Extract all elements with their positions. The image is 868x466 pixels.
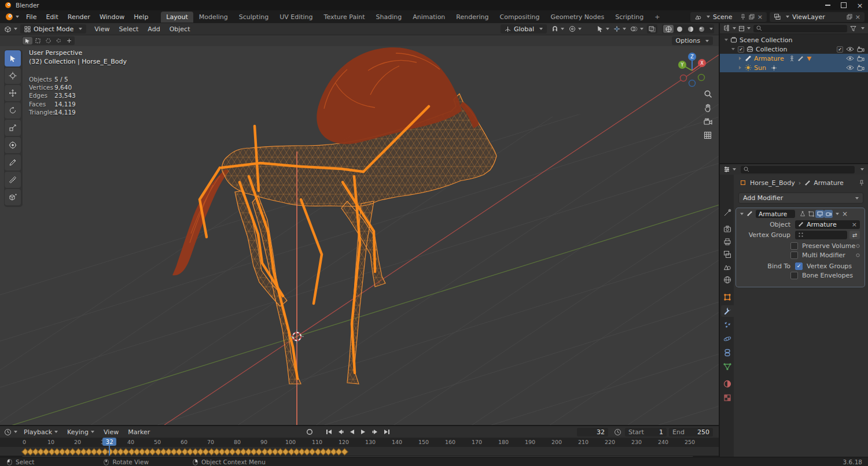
camera-render-icon[interactable] bbox=[857, 56, 865, 62]
object-picker[interactable]: Armature × bbox=[795, 220, 860, 229]
add-workspace-button[interactable]: + bbox=[649, 12, 665, 23]
tab-sculpting[interactable]: Sculpting bbox=[234, 12, 274, 23]
current-frame-field[interactable]: 32 bbox=[577, 428, 608, 437]
menu-marker[interactable]: Marker bbox=[123, 428, 155, 436]
xray-toggle[interactable] bbox=[647, 24, 657, 34]
vertex-group-picker[interactable] bbox=[795, 231, 847, 239]
select-mode-box[interactable] bbox=[33, 37, 43, 45]
decorator-dot-icon[interactable] bbox=[856, 253, 860, 257]
menu-edit[interactable]: Edit bbox=[41, 13, 62, 21]
tab-material[interactable] bbox=[721, 378, 734, 390]
tab-texture-paint[interactable]: Texture Paint bbox=[319, 12, 370, 23]
tab-tool[interactable] bbox=[721, 207, 734, 219]
eye-icon[interactable] bbox=[846, 56, 854, 61]
tab-scene[interactable] bbox=[721, 261, 734, 273]
show-on-cage-toggle[interactable] bbox=[798, 210, 807, 218]
camera-render-icon[interactable] bbox=[857, 46, 865, 53]
outliner-row-sun[interactable]: Sun bbox=[720, 63, 868, 72]
object-visibility-dropdown[interactable] bbox=[597, 25, 609, 32]
menu-select[interactable]: Select bbox=[114, 25, 143, 33]
scene-selector[interactable]: Scene × bbox=[690, 12, 767, 22]
menu-add[interactable]: Add bbox=[143, 25, 164, 33]
clear-object-button[interactable]: × bbox=[852, 221, 857, 228]
outliner-editor-type-button[interactable] bbox=[720, 25, 737, 32]
select-mode-lasso[interactable] bbox=[54, 37, 64, 45]
show-realtime-toggle[interactable] bbox=[815, 210, 824, 218]
vertex-groups-checkbox[interactable]: ✓ bbox=[795, 262, 803, 270]
nav-gizmo[interactable]: Z Y X bbox=[674, 51, 712, 89]
viewlayer-selector[interactable]: ViewLayer × bbox=[770, 12, 865, 22]
remove-viewlayer-button[interactable]: × bbox=[855, 13, 860, 21]
next-keyframe-button[interactable] bbox=[370, 427, 380, 437]
outliner-search[interactable] bbox=[753, 25, 847, 32]
invert-vertex-group-button[interactable]: ⇄ bbox=[849, 231, 860, 239]
expand-icon[interactable] bbox=[739, 66, 741, 69]
menu-help[interactable]: Help bbox=[129, 13, 153, 21]
decorator-dot-icon[interactable] bbox=[856, 244, 860, 248]
menu-playback[interactable]: Playback bbox=[19, 428, 62, 436]
tab-animation[interactable]: Animation bbox=[407, 12, 450, 23]
editor-type-button[interactable] bbox=[0, 25, 19, 33]
collapse-icon[interactable] bbox=[740, 213, 744, 215]
modifier-name-field[interactable]: Armature bbox=[756, 210, 795, 218]
tab-texture[interactable] bbox=[721, 392, 734, 404]
tab-physics[interactable] bbox=[721, 333, 734, 345]
orientation-selector[interactable]: Global bbox=[501, 24, 547, 34]
prev-keyframe-button[interactable] bbox=[335, 427, 345, 437]
frame-end-field[interactable]: End250 bbox=[669, 428, 713, 437]
shading-rendered-button[interactable] bbox=[696, 25, 707, 33]
menu-window[interactable]: Window bbox=[95, 13, 129, 21]
auto-keyframe-toggle[interactable] bbox=[304, 427, 315, 437]
menu-timeline-view[interactable]: View bbox=[99, 428, 123, 436]
tab-layout[interactable]: Layout bbox=[161, 12, 193, 23]
tab-geometry-nodes[interactable]: Geometry Nodes bbox=[545, 12, 609, 23]
tab-output[interactable] bbox=[721, 236, 734, 247]
pan-button[interactable] bbox=[701, 101, 714, 114]
menu-file[interactable]: File bbox=[21, 13, 41, 21]
tool-rotate[interactable] bbox=[5, 102, 21, 119]
camera-view-button[interactable] bbox=[701, 114, 714, 128]
properties-editor-type-button[interactable] bbox=[720, 166, 737, 173]
breadcrumb-context[interactable]: Armature bbox=[814, 179, 844, 187]
maximize-button[interactable] bbox=[836, 0, 852, 10]
menu-render[interactable]: Render bbox=[63, 13, 95, 21]
tab-rendering[interactable]: Rendering bbox=[451, 12, 494, 23]
collection-exclude-checkbox[interactable]: ✓ bbox=[837, 46, 843, 53]
tab-object-data[interactable] bbox=[721, 361, 734, 372]
modifier-extras-menu[interactable] bbox=[836, 213, 839, 215]
tab-object[interactable] bbox=[721, 291, 734, 303]
pin-icon[interactable] bbox=[859, 180, 865, 186]
preserve-volume-checkbox[interactable] bbox=[790, 242, 798, 250]
jump-start-button[interactable] bbox=[323, 427, 334, 437]
expand-icon[interactable] bbox=[731, 48, 735, 50]
menu-object[interactable]: Object bbox=[165, 25, 195, 33]
shading-material-button[interactable] bbox=[685, 25, 696, 33]
add-modifier-button[interactable]: Add Modifier bbox=[738, 193, 863, 204]
camera-render-icon[interactable] bbox=[857, 65, 865, 71]
close-button[interactable]: × bbox=[852, 0, 868, 10]
breadcrumb-object[interactable]: Horse_E_Body bbox=[750, 179, 795, 187]
proportional-edit-toggle[interactable] bbox=[569, 25, 582, 32]
tab-uv-editing[interactable]: UV Editing bbox=[274, 12, 318, 23]
multi-modifier-checkbox[interactable] bbox=[790, 252, 798, 259]
delete-modifier-button[interactable]: × bbox=[842, 210, 848, 218]
tool-cursor[interactable] bbox=[5, 68, 21, 84]
tool-move[interactable] bbox=[5, 85, 21, 101]
new-viewlayer-icon[interactable] bbox=[847, 14, 852, 20]
blender-menu-button[interactable] bbox=[0, 13, 21, 21]
snap-toggle[interactable] bbox=[551, 25, 564, 32]
bone-envelopes-checkbox[interactable] bbox=[790, 272, 798, 279]
mode-selector[interactable]: Object Mode bbox=[20, 24, 86, 34]
expand-icon[interactable] bbox=[739, 57, 741, 60]
collection-enable-checkbox[interactable]: ✓ bbox=[738, 46, 744, 53]
menu-keying[interactable]: Keying bbox=[62, 428, 99, 436]
outliner-row-collection[interactable]: ✓ Collection ✓ bbox=[720, 45, 868, 54]
tool-select-box[interactable] bbox=[5, 50, 21, 66]
tool-annotate[interactable] bbox=[5, 154, 21, 171]
tool-scale[interactable] bbox=[5, 120, 21, 136]
playhead-frame-badge[interactable]: 32 bbox=[102, 438, 116, 446]
tab-constraints[interactable] bbox=[721, 347, 734, 358]
tool-add-cube[interactable] bbox=[5, 189, 21, 205]
outliner-row-scene-collection[interactable]: Scene Collection bbox=[720, 35, 868, 45]
shading-wireframe-button[interactable] bbox=[663, 25, 674, 33]
